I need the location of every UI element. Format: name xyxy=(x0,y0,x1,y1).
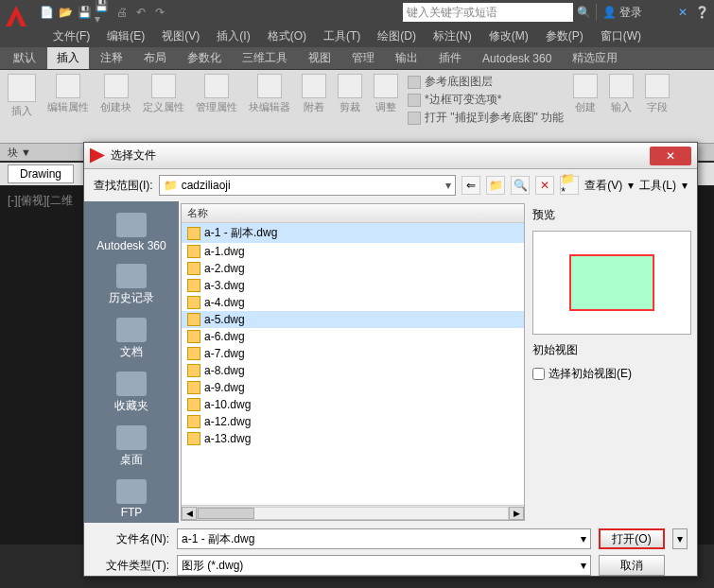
tab-view[interactable]: 视图 xyxy=(299,47,340,69)
list-item[interactable]: a-5.dwg xyxy=(182,311,524,328)
tab-layout[interactable]: 布局 xyxy=(134,47,176,69)
list-item[interactable]: a-1 - 副本.dwg xyxy=(182,223,524,243)
delete-button[interactable]: ✕ xyxy=(535,176,554,195)
ribbon: 插入 编辑属性 创建块 定义属性 管理属性 块编辑器 附着 剪裁 调整 参考底图… xyxy=(0,70,714,144)
menu-format[interactable]: 格式(O) xyxy=(268,28,306,44)
ribbon-adjust[interactable]: 调整 xyxy=(372,74,400,139)
list-item[interactable]: a-7.dwg xyxy=(182,345,524,362)
search-input[interactable]: 键入关键字或短语 xyxy=(403,3,573,22)
column-name[interactable]: 名称 xyxy=(182,204,524,223)
menu-dim[interactable]: 标注(N) xyxy=(433,28,472,44)
tab-a360[interactable]: Autodesk 360 xyxy=(473,49,561,68)
ribbon-tabs: 默认 插入 注释 布局 参数化 三维工具 视图 管理 输出 插件 Autodes… xyxy=(0,47,714,70)
ribbon-field[interactable]: 字段 xyxy=(643,74,671,139)
exchange-icon[interactable]: ✕ xyxy=(674,4,691,21)
menu-draw[interactable]: 绘图(D) xyxy=(377,28,416,44)
list-item[interactable]: a-1.dwg xyxy=(182,243,524,260)
place-a360[interactable]: Autodesk 360 xyxy=(93,209,169,256)
newfolder-button[interactable]: 📁* xyxy=(560,176,579,195)
menu-modify[interactable]: 修改(M) xyxy=(489,28,529,44)
filename-label: 文件名(N): xyxy=(94,531,169,547)
autocad-logo[interactable] xyxy=(2,2,30,30)
hscrollbar[interactable]: ◀ ▶ xyxy=(182,505,524,520)
scroll-right-icon[interactable]: ▶ xyxy=(509,507,524,520)
viewport-label[interactable]: [-][俯视][二维 xyxy=(8,194,73,207)
undo-icon[interactable]: ↶ xyxy=(132,4,149,21)
place-fav[interactable]: 收藏夹 xyxy=(111,368,152,418)
saveas-icon[interactable]: 💾▾ xyxy=(95,4,112,21)
place-desktop[interactable]: 桌面 xyxy=(113,422,150,472)
tab-default[interactable]: 默认 xyxy=(4,47,45,69)
login-link[interactable]: 登录 xyxy=(619,5,642,21)
menubar: 文件(F) 编辑(E) 视图(V) 插入(I) 格式(O) 工具(T) 绘图(D… xyxy=(0,25,714,47)
tab-output[interactable]: 输出 xyxy=(386,47,427,69)
menu-view[interactable]: 视图(V) xyxy=(162,28,200,44)
place-docs[interactable]: 文档 xyxy=(113,314,150,364)
back-button[interactable]: ⇐ xyxy=(461,176,480,195)
list-item[interactable]: a-9.dwg xyxy=(182,379,524,396)
ribbon-mgrattr[interactable]: 管理属性 xyxy=(194,74,239,139)
close-button[interactable]: ✕ xyxy=(650,147,691,165)
initialview-checkbox[interactable]: 选择初始视图(E) xyxy=(532,366,691,382)
list-item[interactable]: a-4.dwg xyxy=(182,294,524,311)
open-button[interactable]: 打开(O) xyxy=(599,528,665,549)
tools-menu[interactable]: 工具(L) xyxy=(639,178,676,194)
new-icon[interactable]: 📄 xyxy=(38,4,55,21)
search-icon[interactable]: 🔍 xyxy=(575,4,592,21)
tab-3d[interactable]: 三维工具 xyxy=(233,47,297,69)
lookin-combo[interactable]: 📁 cadziliaoji ▾ xyxy=(159,175,457,196)
ribbon-editattr[interactable]: 编辑属性 xyxy=(45,74,91,139)
print-icon[interactable]: 🖨 xyxy=(113,4,131,21)
filetype-label: 文件类型(T): xyxy=(94,558,169,574)
list-item[interactable]: a-12.dwg xyxy=(182,413,524,430)
lookin-label: 查找范围(I): xyxy=(94,178,153,194)
redo-icon[interactable]: ↷ xyxy=(151,4,168,21)
menu-file[interactable]: 文件(F) xyxy=(53,28,90,44)
select-file-dialog: 选择文件 ✕ 查找范围(I): 📁 cadziliaoji ▾ ⇐ 📁 🔍 ✕ … xyxy=(83,142,698,577)
user-icon[interactable]: 👤 xyxy=(601,4,618,21)
list-item[interactable]: a-3.dwg xyxy=(182,277,524,294)
ribbon-clip[interactable]: 剪裁 xyxy=(336,74,364,139)
ribbon-defattr[interactable]: 定义属性 xyxy=(141,74,186,139)
tab-annotate[interactable]: 注释 xyxy=(91,47,132,69)
menu-param[interactable]: 参数(P) xyxy=(546,28,583,44)
tab-manage[interactable]: 管理 xyxy=(342,47,384,69)
ribbon-insert[interactable]: 插入 xyxy=(6,74,38,139)
list-item[interactable]: a-6.dwg xyxy=(182,328,524,345)
open-dropdown[interactable]: ▾ xyxy=(672,528,688,549)
up-button[interactable]: 📁 xyxy=(486,176,505,195)
file-list[interactable]: a-1 - 副本.dwg a-1.dwg a-2.dwg a-3.dwg a-4… xyxy=(182,223,524,505)
menu-insert[interactable]: 插入(I) xyxy=(217,28,250,44)
preview-thumbnail xyxy=(569,254,654,311)
open-icon[interactable]: 📂 xyxy=(57,4,74,21)
dialog-title: 选择文件 xyxy=(111,147,156,164)
scroll-left-icon[interactable]: ◀ xyxy=(182,507,197,520)
search-button[interactable]: 🔍 xyxy=(511,176,530,195)
filename-input[interactable]: a-1 - 副本.dwg▾ xyxy=(177,528,591,549)
tab-insert[interactable]: 插入 xyxy=(47,47,89,69)
list-item[interactable]: a-10.dwg xyxy=(182,396,524,413)
list-item[interactable]: a-8.dwg xyxy=(182,362,524,379)
tab-param[interactable]: 参数化 xyxy=(178,47,231,69)
cancel-button[interactable]: 取消 xyxy=(599,555,665,576)
menu-tools[interactable]: 工具(T) xyxy=(323,28,360,44)
ribbon-attach[interactable]: 附着 xyxy=(300,74,328,139)
filetype-combo[interactable]: 图形 (*.dwg)▾ xyxy=(177,555,591,576)
ribbon-blockedit[interactable]: 块编辑器 xyxy=(247,74,292,139)
menu-edit[interactable]: 编辑(E) xyxy=(107,28,145,44)
list-item[interactable]: a-2.dwg xyxy=(182,260,524,277)
ribbon-pointcloud[interactable]: 创建 xyxy=(571,74,600,139)
list-item[interactable]: a-13.dwg xyxy=(182,430,524,447)
ribbon-createblock[interactable]: 创建块 xyxy=(98,74,133,139)
ribbon-import[interactable]: 输入 xyxy=(607,74,636,139)
help-icon[interactable]: ❔ xyxy=(693,4,710,21)
tab-drawing[interactable]: Drawing xyxy=(8,164,74,183)
menu-window[interactable]: 窗口(W) xyxy=(601,28,641,44)
tab-featured[interactable]: 精选应用 xyxy=(563,47,627,69)
place-history[interactable]: 历史记录 xyxy=(105,260,158,310)
view-menu[interactable]: 查看(V) xyxy=(584,178,622,194)
tab-plugins[interactable]: 插件 xyxy=(429,47,471,69)
place-ftp[interactable]: FTP xyxy=(113,476,150,523)
save-icon[interactable]: 💾 xyxy=(76,4,93,21)
preview-label: 预览 xyxy=(532,207,691,223)
